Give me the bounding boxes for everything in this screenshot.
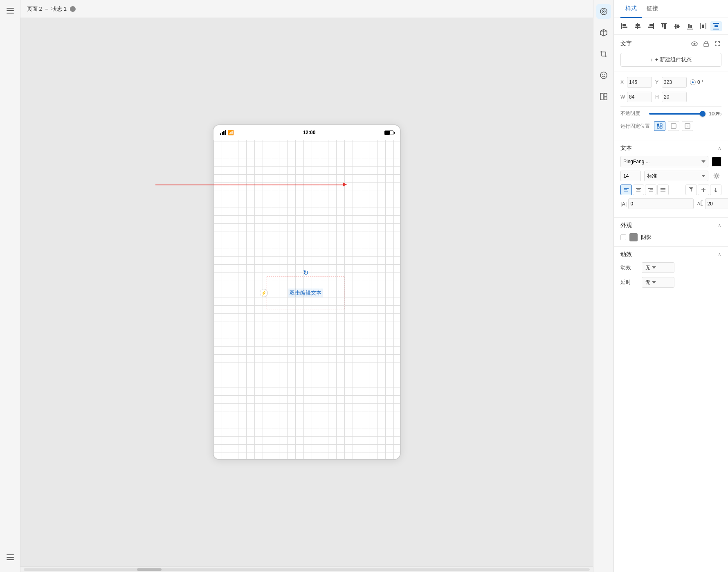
add-state-button[interactable]: + + 新建组件状态 [620,53,721,67]
font-size-input[interactable] [620,171,641,181]
h-input[interactable] [662,92,687,102]
delay-select[interactable]: 无 [642,277,674,288]
battery-icon [384,131,393,135]
font-family-row: PingFang ... [620,156,721,167]
fixed-pos-btn-2[interactable] [668,121,679,131]
signal-bars-icon [220,130,226,135]
align-left-btn[interactable] [620,185,632,195]
h-label: H [655,94,660,100]
crop-tool-btn[interactable] [596,47,611,61]
layers-icon[interactable] [4,551,17,564]
align-right-btn[interactable] [645,185,656,195]
font-family-select[interactable]: PingFang ... [620,156,708,167]
component-expand-btn[interactable] [713,40,721,48]
text-align-row [620,185,721,195]
lock-btn[interactable] [702,40,710,48]
wh-row: W H [620,92,721,102]
align-top-edge-btn[interactable] [658,21,670,31]
svg-point-17 [602,74,603,75]
align-justify-btn[interactable] [657,185,669,195]
y-label: Y [655,79,660,85]
menu-icon[interactable] [4,4,17,17]
valign-bottom-btn[interactable] [710,185,721,195]
tab-link[interactable]: 链接 [642,0,663,18]
font-weight-value: 标准 [647,173,657,180]
scrollbar-thumb[interactable] [137,568,162,571]
opacity-label: 不透明度 [620,110,645,117]
align-left-edge-btn[interactable] [619,21,630,31]
svg-rect-39 [690,25,692,28]
font-color-swatch[interactable] [712,157,721,167]
x-input[interactable] [627,77,652,88]
top-bar: 页面 2 – 状态 1 [20,0,593,18]
fixed-pos-row: 运行固定位置 [620,121,721,131]
opacity-slider-container[interactable] [649,113,703,115]
shadow-checkbox[interactable] [620,234,626,240]
font-settings-btn[interactable] [712,171,721,181]
animation-collapse-icon: ∧ [718,252,721,257]
svg-rect-19 [600,93,603,100]
y-input[interactable] [662,77,687,88]
element-text[interactable]: 双击编辑文本 [288,288,323,297]
fixed-pos-btn-1[interactable] [654,121,665,131]
animation-select[interactable]: 无 [642,262,674,273]
align-right-edge-btn[interactable] [645,21,656,31]
rotate-handle[interactable]: ↻ [303,269,308,277]
selected-element[interactable]: ↻ ⚡ 双击编辑文本 [267,277,344,309]
svg-rect-29 [649,24,653,26]
fixed-pos-label: 运行固定位置 [620,123,650,130]
layout-tool-btn[interactable] [596,89,611,104]
text-valign-group [685,185,721,195]
svg-point-16 [600,72,607,79]
svg-rect-20 [604,93,607,96]
svg-rect-42 [702,25,704,28]
visibility-toggle-btn[interactable] [690,40,699,48]
phone-status-bar: 📶 12:00 [213,125,400,140]
shadow-row: 阴影 [620,233,721,241]
w-input[interactable] [627,92,652,102]
svg-rect-27 [635,27,640,28]
font-family-value: PingFang ... [623,159,650,164]
breadcrumb-page: 页面 2 [27,5,42,13]
status-dot [70,6,76,12]
cube-tool-btn[interactable] [596,25,611,40]
appearance-header[interactable]: 外观 ∧ [614,218,728,233]
breadcrumb-state: 状态 1 [52,5,67,13]
align-middle-v-btn[interactable] [671,21,683,31]
font-weight-select[interactable]: 标准 [644,171,708,181]
xy-row: X Y 0 ° [620,77,721,88]
svg-rect-36 [677,25,679,28]
letter-spacing-input[interactable] [628,198,694,209]
valign-middle-btn[interactable] [698,185,709,195]
text-section-header[interactable]: 文本 ∧ [614,140,728,156]
phone-frame: 📶 12:00 ↻ ⚡ 双击编辑文本 [213,124,401,460]
align-center-h-btn[interactable] [632,21,643,31]
svg-rect-26 [636,24,640,26]
opacity-value: 100% [707,111,721,117]
opacity-slider[interactable] [649,113,703,115]
svg-rect-11 [602,52,606,56]
tab-style[interactable]: 样式 [620,0,642,18]
animation-section: 动效 ∧ 动效 无 延时 无 [614,246,728,297]
align-center-btn[interactable] [633,185,644,195]
fixed-pos-btn-3[interactable] [682,121,693,131]
canvas-area: 页面 2 – 状态 1 📶 12:00 [20,0,593,572]
canvas-scrollbar[interactable] [20,566,593,572]
distribute-h-btn[interactable] [697,21,709,31]
valign-top-btn[interactable] [685,185,697,195]
align-bottom-edge-btn[interactable] [684,21,696,31]
w-field: W [620,92,652,102]
delay-row: 延时 无 [620,277,721,288]
distribute-v-btn[interactable] [710,21,722,31]
lightning-handle[interactable]: ⚡ [260,289,268,297]
canvas-content[interactable]: 📶 12:00 ↻ ⚡ 双击编辑文本 [20,18,593,566]
emoji-tool-btn[interactable] [596,68,611,83]
w-label: W [620,94,625,100]
letter-spacing-icon: |A| [620,201,627,207]
appearance-collapse-icon: ∧ [718,223,721,228]
line-height-input[interactable] [705,198,728,209]
animation-header[interactable]: 动效 ∧ [614,247,728,262]
target-tool-btn[interactable] [596,4,611,19]
svg-rect-21 [604,97,607,100]
rotation-icon [690,79,696,85]
